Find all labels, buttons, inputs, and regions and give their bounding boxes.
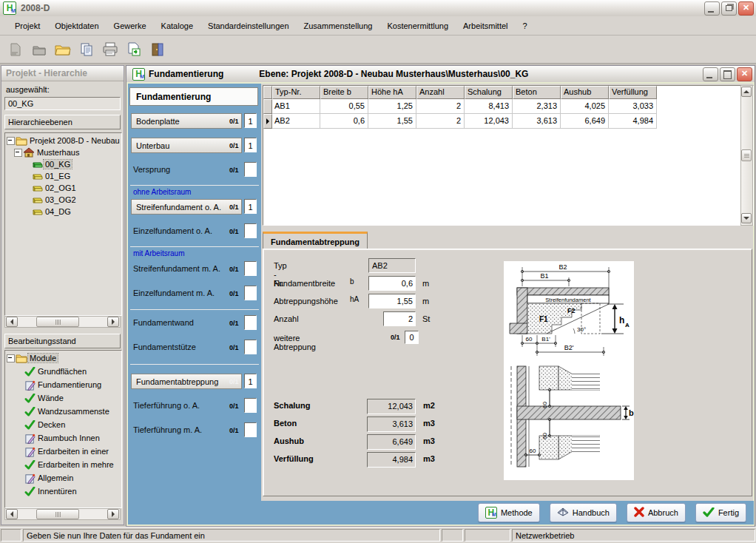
minimize-button[interactable] [703, 67, 718, 81]
menu-projekt[interactable]: Projekt [7, 19, 47, 33]
count-box[interactable] [244, 340, 257, 354]
count-box[interactable]: 1 [244, 113, 257, 128]
tree-item-02-og1[interactable]: 02_OG1 [30, 182, 78, 194]
tree-item-musterhaus[interactable]: Musterhaus [14, 146, 81, 158]
module-item[interactable]: Erdarbeiten in mehre [23, 459, 115, 471]
handbuch-button[interactable]: Handbuch [550, 503, 617, 522]
tree-item-01-eg[interactable]: 01_EG [30, 170, 72, 182]
tree-item-project[interactable]: Projekt 2008-D - Neubau [7, 135, 121, 146]
column-header[interactable]: Verfüllung [609, 86, 657, 99]
open-document-icon[interactable] [30, 40, 49, 59]
tree-item-module[interactable]: Module [7, 352, 58, 364]
foundation-window-titlebar[interactable]: HM Fundamentierung Ebene: Projekt 2008-D… [126, 66, 755, 83]
nav-label-fundamentstuetze[interactable]: Fundamentstütze [133, 343, 196, 351]
tree-item-03-og2[interactable]: 03_OG2 [30, 194, 78, 206]
menu-objektdaten[interactable]: Objektdaten [47, 19, 106, 33]
count-box[interactable]: 1 [244, 199, 257, 214]
anzahl-input[interactable] [383, 311, 416, 326]
module-item[interactable]: Raumbuch Innen [23, 432, 101, 444]
methode-button[interactable]: HM Methode [478, 503, 540, 522]
menu-arbeitsmittel[interactable]: Arbeitsmittel [456, 19, 516, 33]
nav-button-bodenplatte[interactable]: Bodenplatte [131, 113, 242, 129]
weitere-input[interactable] [405, 331, 419, 344]
column-header[interactable]: Breite b [320, 86, 368, 99]
row-arrow-icon [266, 118, 269, 124]
module-item[interactable]: Wandzusammenste [23, 405, 111, 417]
nav-label-versprung[interactable]: Versprung [133, 165, 170, 174]
restore-button[interactable] [721, 1, 737, 16]
fertig-button[interactable]: Fertig [695, 503, 746, 522]
print-icon[interactable] [101, 40, 120, 59]
nav-item-tieferfuehrung-ma: Tieferführung m. A. 0/1 [128, 422, 261, 439]
count-box[interactable] [244, 422, 257, 437]
foundation-diagram: B2 B1 Streifenfundament 30° F1 F2 [504, 261, 634, 480]
module-item[interactable]: Wände [23, 392, 65, 404]
hierarchy-tree-hscrollbar[interactable] [4, 316, 121, 328]
tab-fundamentabtreppung[interactable]: Fundamentabtreppung [263, 232, 368, 249]
main-titlebar[interactable]: HM 2008-D ✕ [0, 0, 756, 17]
module-item[interactable]: Fundamentierung [23, 379, 103, 391]
count-box[interactable]: 1 [244, 138, 257, 152]
menu-standardeinstellungen[interactable]: Standardeinstellungen [200, 19, 296, 33]
nav-item-einzelfundament-oa: Einzelfundament o. A. 0/1 [128, 223, 261, 240]
menu-help[interactable]: ? [516, 19, 535, 33]
minimize-button[interactable] [704, 1, 720, 16]
nav-label-streifenfundament-ma[interactable]: Streifenfundament m. A. [133, 264, 220, 273]
table-row[interactable]: AB1 0,55 1,25 2 8,413 2,313 4,025 3,033 [263, 99, 657, 114]
close-button[interactable]: ✕ [738, 1, 754, 16]
column-header[interactable]: Typ-Nr. [272, 86, 320, 99]
column-header[interactable]: Beton [513, 86, 561, 99]
column-header[interactable]: Anzahl [416, 86, 465, 99]
nav-button-unterbau[interactable]: Unterbau [131, 138, 242, 153]
module-item[interactable]: Grundflächen [23, 365, 88, 377]
nav-button-streifenfundament-oa[interactable]: Streifenfundament o. A. [131, 199, 242, 215]
count-box[interactable] [244, 286, 257, 300]
nav-label-einzelfundament-ma[interactable]: Einzelfundament m. A. [133, 289, 215, 297]
table-vscrollbar[interactable] [740, 85, 753, 226]
count-box[interactable] [244, 162, 257, 177]
close-button[interactable]: ✕ [737, 67, 752, 81]
count-box[interactable]: 1 [244, 374, 257, 388]
maximize-button[interactable] [720, 67, 735, 81]
collapse-icon[interactable] [7, 137, 15, 145]
nav-label-tieferfuehrung-oa[interactable]: Tieferführung o. A. [133, 401, 200, 410]
nav-label-tieferfuehrung-ma[interactable]: Tieferführung m. A. [133, 425, 202, 434]
count-box[interactable] [244, 315, 257, 330]
collapse-icon[interactable] [7, 354, 15, 362]
nav-label-fundamentwand[interactable]: Fundamentwand [133, 318, 194, 327]
selected-label: ausgewählt: [6, 85, 50, 94]
menu-gewerke[interactable]: Gewerke [107, 19, 154, 33]
modules-tree-hscrollbar[interactable] [4, 508, 121, 520]
hierarchy-window-titlebar[interactable]: Projekt - Hierarchie [1, 66, 124, 81]
count-box[interactable] [244, 398, 257, 413]
module-item[interactable]: Erdarbeiten in einer [23, 445, 110, 457]
new-document-icon[interactable] [6, 40, 25, 59]
column-header[interactable]: Aushub [561, 86, 609, 99]
nav-label-einzelfundament-oa[interactable]: Einzelfundament o. A. [133, 226, 212, 235]
count-box[interactable] [244, 223, 257, 238]
tree-item-04-dg[interactable]: 04_DG [30, 206, 72, 217]
tree-item-00-kg[interactable]: 00_KG [30, 158, 72, 170]
menu-kataloge[interactable]: Kataloge [154, 19, 200, 33]
module-item[interactable]: Innentüren [23, 485, 78, 497]
table-row-current[interactable]: AB2 0,6 1,55 2 12,043 3,613 6,649 4,984 [263, 114, 657, 129]
hoehe-input[interactable] [368, 294, 416, 308]
open-folder-icon[interactable] [53, 40, 72, 59]
ratio-label: 0/1 [229, 118, 239, 125]
svg-text:B1: B1 [540, 272, 548, 280]
module-item[interactable]: Allgemein [23, 472, 75, 484]
nav-button-fundamentabtreppung[interactable]: Fundamentabtreppung [131, 374, 242, 389]
module-item[interactable]: Decken [23, 419, 67, 431]
column-header[interactable]: Schalung [465, 86, 513, 99]
abbruch-button[interactable]: Abbruch [627, 503, 686, 522]
collapse-icon[interactable] [14, 149, 22, 157]
copy-icon[interactable] [77, 40, 96, 59]
menu-kostenermittlung[interactable]: Kostenermittlung [379, 19, 456, 33]
breite-input[interactable] [368, 276, 416, 291]
cell: 2,313 [513, 99, 561, 114]
export-icon[interactable] [124, 40, 144, 59]
exit-icon[interactable] [148, 40, 167, 59]
column-header[interactable]: Höhe hA [368, 86, 416, 99]
menu-zusammenstellung[interactable]: Zusammenstellung [297, 19, 380, 33]
count-box[interactable] [244, 261, 257, 276]
